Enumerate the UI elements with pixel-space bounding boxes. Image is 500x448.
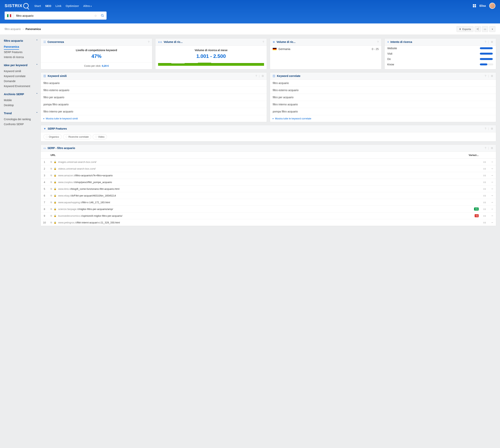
chart-icon[interactable]: ⫾⫾ xyxy=(481,159,488,165)
chart-icon[interactable]: ⫾⫾ xyxy=(481,212,488,219)
external-link-icon[interactable]: ⧉ xyxy=(50,201,52,204)
apps-icon[interactable] xyxy=(473,4,476,7)
filter-pill[interactable]: Video xyxy=(93,134,107,139)
external-link-icon[interactable]: ⧉ xyxy=(50,181,52,183)
gear-icon[interactable]: ⚙ xyxy=(491,40,493,44)
external-link-icon[interactable]: ⧉ xyxy=(50,214,52,217)
gear-icon[interactable]: ⚙ xyxy=(491,74,493,78)
help-icon[interactable]: ? xyxy=(485,146,486,150)
share-button[interactable] xyxy=(475,26,481,32)
sidebar-item-intento[interactable]: Intento di ricerca xyxy=(4,55,37,60)
chart-icon[interactable]: ⫾⫾ xyxy=(481,165,488,172)
help-icon[interactable]: ? xyxy=(485,40,486,44)
sidebar-item-mobile[interactable]: Mobile xyxy=(4,98,37,103)
sidebar-item-correlate[interactable]: Keyword correlate xyxy=(4,74,37,79)
external-link-icon[interactable]: ⧉ xyxy=(50,194,52,197)
show-all-related[interactable]: Mostra tutte le keyword correlate xyxy=(270,115,496,122)
help-icon[interactable]: ? xyxy=(485,74,486,78)
keyword-item[interactable]: filtro interno acquario xyxy=(270,101,496,108)
arrow-right-icon[interactable]: → xyxy=(488,219,496,226)
breadcrumb-root[interactable]: filtro acquario xyxy=(5,28,21,31)
sidebar-item-simili[interactable]: Keyword simili xyxy=(4,69,37,74)
arrow-right-icon[interactable]: → xyxy=(488,212,496,219)
arrow-right-icon[interactable]: → xyxy=(488,206,496,212)
chart-icon[interactable]: ⫾⫾ xyxy=(481,199,488,206)
chart-icon[interactable]: ⫾⫾ xyxy=(481,186,488,192)
sidebar-section-trend[interactable]: Trend˄ xyxy=(4,111,37,115)
nav-altro[interactable]: Altro xyxy=(83,4,92,7)
nav-link[interactable]: Link xyxy=(55,4,61,7)
url-cell[interactable]: ⧉ 🔒 www.amazon.it/filtro-acquario/s?k=fi… xyxy=(50,174,464,177)
arrow-right-icon[interactable]: → xyxy=(488,179,496,186)
help-icon[interactable]: ? xyxy=(262,40,264,44)
nav-seo[interactable]: SEO xyxy=(45,4,51,7)
sidebar-item-domande[interactable]: Domande xyxy=(4,79,37,84)
arrow-right-icon[interactable]: → xyxy=(488,172,496,179)
help-icon[interactable]: ? xyxy=(256,74,257,78)
filter-pill[interactable]: Organico xyxy=(44,134,62,139)
country-selector[interactable] xyxy=(5,12,14,20)
search-input[interactable] xyxy=(14,12,93,20)
sidebar-item-panoramica[interactable]: Panoramica xyxy=(4,44,19,50)
url-cell[interactable]: ⧉ 🔒 scienze.fanpage.it/miglior-filtro-pe… xyxy=(50,208,464,210)
avatar[interactable] xyxy=(489,3,495,9)
sidebar-section-keyword[interactable]: filtro acquario˄ xyxy=(4,38,37,43)
show-all-similar[interactable]: Mostra tutte le keyword simili xyxy=(41,115,267,122)
external-link-icon[interactable]: ⧉ xyxy=(50,188,52,190)
keyword-item[interactable]: filtro per acquario xyxy=(270,94,496,101)
arrow-right-icon[interactable]: → xyxy=(488,159,496,165)
external-link-icon[interactable]: ⧉ xyxy=(50,174,52,177)
url-cell[interactable]: ⧉ 🔒 www.ibrio.it/blog/6_come-funzionano-… xyxy=(50,188,464,190)
chart-icon[interactable]: ⫾⫾ xyxy=(481,172,488,179)
sidebar-item-serp-features[interactable]: SERP Features xyxy=(4,50,37,55)
gear-icon[interactable]: ⚙ xyxy=(491,127,493,130)
filter-pill[interactable]: Ricerche correlate xyxy=(63,134,91,139)
keyword-item[interactable]: pompa filtro acquario xyxy=(41,101,267,108)
sidebar-item-confronto[interactable]: Confronto SERP xyxy=(4,122,37,127)
external-link-icon[interactable]: ⧉ xyxy=(50,167,52,170)
help-icon[interactable]: ? xyxy=(148,40,149,44)
star-icon[interactable]: ☆ xyxy=(93,14,98,17)
chart-icon[interactable]: ⫾⫾ xyxy=(481,219,488,226)
sidebar-item-environment[interactable]: Keyword Environment xyxy=(4,84,37,89)
gear-icon[interactable]: ⚙ xyxy=(491,146,493,150)
export-button[interactable]: ⬇ Esporta xyxy=(456,26,473,32)
country-row[interactable]: Germania 0 - 25 xyxy=(270,46,381,52)
external-link-icon[interactable]: ⧉ xyxy=(50,221,52,224)
logo[interactable]: SISTRIX xyxy=(5,3,29,8)
sidebar-section-idee[interactable]: Idee per keyword˄ xyxy=(4,63,37,67)
url-cell[interactable]: ⧉ 🔒 www.petingros.it/filtri-interni-acqu… xyxy=(50,221,464,224)
external-link-icon[interactable]: ⧉ xyxy=(50,208,52,210)
url-cell[interactable]: ⧉ 🔒 images.universal-search-box.com/ xyxy=(50,160,464,163)
chart-icon[interactable]: ⫾⫾ xyxy=(481,192,488,199)
book-icon[interactable]: ▭ xyxy=(482,26,488,32)
arrow-right-icon[interactable]: → xyxy=(488,199,496,206)
sidebar-section-archivio[interactable]: Archivio SERP˄ xyxy=(4,92,37,96)
keyword-item[interactable]: pompa filtro acquario xyxy=(270,108,496,115)
url-cell[interactable]: ⧉ 🔒 videos.universal-search-box.com/ xyxy=(50,167,464,170)
gear-icon[interactable]: ⚙ xyxy=(261,74,264,78)
sidebar-item-desktop[interactable]: Desktop xyxy=(4,103,37,108)
keyword-item[interactable]: filtro interno per acquario xyxy=(41,108,267,115)
url-cell[interactable]: ⧉ 🔒 www.zooplus.it/shop/pesci/filtri_pom… xyxy=(50,181,464,184)
keyword-item[interactable]: filtro esterno acquario xyxy=(270,87,496,94)
nav-start[interactable]: Start xyxy=(34,4,41,7)
external-link-icon[interactable]: ⧉ xyxy=(50,160,52,163)
arrow-right-icon[interactable]: → xyxy=(488,192,496,199)
user-name[interactable]: Elisa xyxy=(479,4,486,7)
col-var[interactable]: Variazi... xyxy=(466,152,481,159)
keyword-item[interactable]: filtro acquario xyxy=(270,80,496,87)
arrow-right-icon[interactable]: → xyxy=(488,186,496,192)
chart-icon[interactable]: ⫾⫾ xyxy=(481,206,488,212)
help-icon[interactable]: ? xyxy=(377,40,379,44)
search-button[interactable] xyxy=(98,14,107,17)
arrow-right-icon[interactable]: → xyxy=(488,165,496,172)
chart-icon[interactable]: ⫾⫾ xyxy=(481,179,488,186)
url-cell[interactable]: ⧉ 🔒 buonoedeconomico.it/opinioni/il-migl… xyxy=(50,214,464,217)
sidebar-item-cronologia[interactable]: Cronologia dei ranking xyxy=(4,117,37,122)
keyword-item[interactable]: filtro per acquario xyxy=(41,94,267,101)
help-icon[interactable]: ? xyxy=(485,127,486,130)
user-icon[interactable]: ▾ xyxy=(489,26,495,32)
url-cell[interactable]: ⧉ 🔒 www.aquashopping.it/filtri-c-148_172… xyxy=(50,201,464,204)
nav-optimizer[interactable]: Optimizer xyxy=(65,4,79,7)
